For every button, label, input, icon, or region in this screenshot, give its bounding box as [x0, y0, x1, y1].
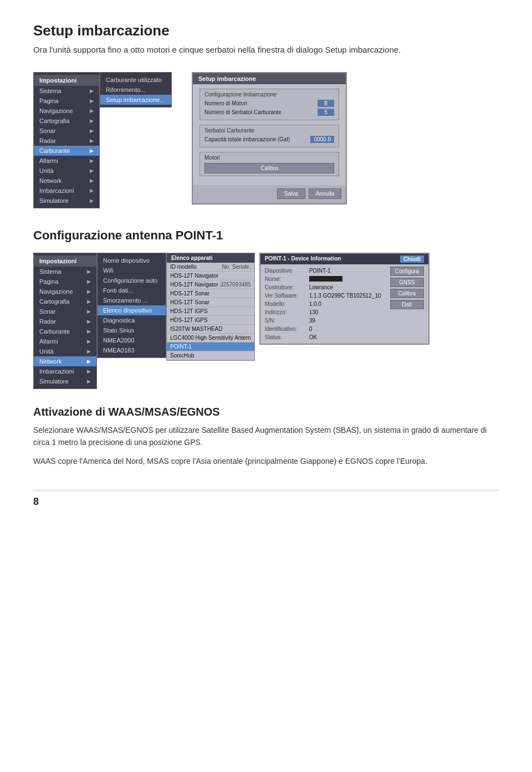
info-row-nome: Nome:	[260, 275, 386, 283]
elenco-col-header: ID modello No. Seriale.	[167, 263, 254, 272]
submenu-carburante-utilizzato[interactable]: Carburante utilizzato	[100, 75, 171, 85]
elenco-row-0[interactable]: HDS-12T Navigator	[167, 272, 254, 280]
menu-item-allarmi[interactable]: Allarmi▶	[34, 156, 99, 166]
menu-item-unita[interactable]: Unità▶	[34, 166, 99, 176]
menu-item-network[interactable]: Network▶	[34, 176, 99, 186]
elenco-header: Elenco apparati	[167, 253, 254, 263]
setup-dialog-title: Setup imbarcazione	[193, 73, 346, 84]
menu2-imbarcazioni[interactable]: Imbarcazioni▶	[34, 366, 96, 376]
info-row-sn: S/N:39	[260, 316, 386, 325]
elenco-panel[interactable]: Elenco apparati ID modello No. Seriale. …	[166, 253, 255, 361]
nome-nmea2000[interactable]: NMEA2000	[98, 335, 166, 345]
menu-item-simulatore[interactable]: Simulatore▶	[34, 196, 99, 206]
info-row-modello: Modello:1.0.0	[260, 300, 386, 308]
salva-button[interactable]: Salva	[277, 188, 305, 199]
elenco-row-7[interactable]: LGC4000 High Sensitivity Antern	[167, 334, 254, 342]
info-row-status: Status:OK	[260, 333, 386, 341]
page-content: Setup imbarcazione Ora l'unità supporta …	[0, 0, 532, 541]
page-number: 8	[33, 490, 499, 508]
section-title-1: Setup imbarcazione	[33, 22, 499, 39]
menu-item-navigazione[interactable]: Navigazione▶	[34, 106, 99, 116]
submenu-rifornimento[interactable]: Rifornimento...	[100, 85, 171, 95]
field-serbatoi-label: Numero di Serbatoi Carburante	[204, 109, 282, 115]
elenco-col-serial: No. Seriale.	[222, 264, 250, 270]
elenco-row-5[interactable]: HDS-12T iGPS	[167, 316, 254, 325]
setup-dialog-body: Configurazione Imbarcazione Numero di Mo…	[193, 84, 346, 185]
menu2-sonar[interactable]: Sonar▶	[34, 306, 96, 316]
screenshot-group-2: Impostazioni Sistema▶ Pagina▶ Navigazion…	[33, 253, 499, 389]
menu2-unita[interactable]: Unità▶	[34, 346, 96, 356]
menu2-navigazione[interactable]: Navigazione▶	[34, 287, 96, 296]
configura-button[interactable]: Configura	[390, 267, 424, 276]
elenco-row-point1[interactable]: POINT-1	[167, 342, 254, 351]
menu2-network[interactable]: Network▶	[34, 356, 96, 366]
menu-item-radar[interactable]: Radar▶	[34, 136, 99, 146]
menu-area-1: Impostazioni Sistema▶ Pagina▶ Navigazion…	[33, 72, 172, 208]
nome-menu[interactable]: Nome dispositivo Wifi Configurazione aut…	[97, 253, 166, 358]
gnss-button[interactable]: GNSS	[390, 278, 424, 287]
device-info-panel: POINT-1 - Device Information Chiudi Disp…	[259, 253, 429, 345]
submenu-setup-imbarcazione[interactable]: Setup imbarcazione...	[100, 95, 171, 105]
waas-desc-1: Selezionare WAAS/MSAS/EGNOS per utilizza…	[33, 424, 499, 449]
calibra-side-button[interactable]: Calibra	[390, 289, 424, 298]
menu2-sistema[interactable]: Sistema▶	[34, 267, 96, 277]
menu-item-carburante[interactable]: Carburante▶	[34, 146, 99, 156]
nome-diagnostica[interactable]: Diagnostica	[98, 315, 166, 325]
device-info-buttons: Configura GNSS Calibra Dati	[386, 264, 428, 344]
field-capacita-label: Capacità totale imbarcazione (Gal)	[204, 136, 290, 142]
nome-nome-dispositivo[interactable]: Nome dispositivo	[98, 255, 166, 265]
main-menu-1[interactable]: Impostazioni Sistema▶ Pagina▶ Navigazion…	[33, 72, 100, 208]
annulla-button[interactable]: Annulla	[309, 188, 341, 199]
section-desc-1: Ora l'unità supporta fino a otto motori …	[33, 44, 499, 57]
screenshot-group-1: Impostazioni Sistema▶ Pagina▶ Navigazion…	[33, 72, 499, 208]
field-capacita: Capacità totale imbarcazione (Gal) 0000.…	[204, 136, 334, 143]
device-info-fields: Dispositivo:POINT-1 Nome: Costruttore:Lo…	[260, 264, 386, 344]
field-motori-label: Numero di Motori	[204, 100, 247, 106]
dati-button[interactable]: Dati	[390, 300, 424, 309]
group-serbatoi-carburante: Serbatoi Carburante Capacità totale imba…	[200, 125, 339, 147]
menu-item-imbarcazioni[interactable]: Imbarcazioni▶	[34, 186, 99, 196]
menu2-pagina[interactable]: Pagina▶	[34, 277, 96, 287]
nome-elenco-dispositivo[interactable]: Elenco dispositivo	[98, 305, 166, 315]
nome-wifi[interactable]: Wifi	[98, 265, 166, 275]
nome-stato-sirius[interactable]: Stato Sirius	[98, 325, 166, 335]
elenco-row-4[interactable]: HDS-12T iGPS	[167, 307, 254, 316]
elenco-row-3[interactable]: HDS-12T Sonar	[167, 298, 254, 307]
field-motori-value[interactable]: 8	[318, 100, 334, 107]
field-capacita-value[interactable]: 0000.0	[310, 136, 334, 143]
menu2-carburante[interactable]: Carburante▶	[34, 326, 96, 336]
elenco-title: Elenco apparati	[171, 255, 212, 261]
info-row-indirizzo: Indirizzo:130	[260, 308, 386, 316]
menu2-simulatore[interactable]: Simulatore▶	[34, 376, 96, 386]
elenco-row-6[interactable]: IS20TW MASTHEAD	[167, 325, 254, 334]
main-menu-2[interactable]: Impostazioni Sistema▶ Pagina▶ Navigazion…	[33, 253, 97, 389]
menu-item-sonar[interactable]: Sonar▶	[34, 126, 99, 136]
menu-item-cartografia[interactable]: Cartografia▶	[34, 116, 99, 126]
group-configurazione: Configurazione Imbarcazione Numero di Mo…	[200, 89, 339, 120]
device-info-close-button[interactable]: Chiudi	[400, 255, 424, 263]
calibra-button[interactable]: Calibra	[204, 163, 334, 173]
sub-menu-1[interactable]: Carburante utilizzato Rifornimento... Se…	[100, 72, 172, 108]
menu-item-pagina[interactable]: Pagina▶	[34, 96, 99, 106]
setup-dialog: Setup imbarcazione Configurazione Imbarc…	[192, 72, 347, 204]
nome-smorzamento[interactable]: Smorzamento ...	[98, 295, 166, 305]
menu2-cartografia[interactable]: Cartografia▶	[34, 296, 96, 306]
menu-item-sistema[interactable]: Sistema▶	[34, 86, 99, 96]
group-serbatoi-title: Serbatoi Carburante	[204, 127, 334, 134]
menu2-radar[interactable]: Radar▶	[34, 316, 96, 326]
section-title-2: Configurazione antenna POINT-1	[33, 228, 499, 243]
info-row-dispositivo: Dispositivo:POINT-1	[260, 267, 386, 275]
waas-desc-2: WAAS copre l'America del Nord, MSAS copr…	[33, 455, 499, 467]
elenco-row-sonichub[interactable]: SonicHub	[167, 351, 254, 360]
elenco-row-2[interactable]: HDS-12T Sonar	[167, 289, 254, 298]
elenco-row-1[interactable]: HDS-12T Navigator3257093485	[167, 280, 254, 289]
nome-nmea0183[interactable]: NMEA0183	[98, 345, 166, 355]
field-serbatoi-value[interactable]: 5	[318, 109, 334, 116]
menu2-allarmi[interactable]: Allarmi▶	[34, 336, 96, 346]
device-info-body: Dispositivo:POINT-1 Nome: Costruttore:Lo…	[260, 264, 428, 344]
nome-configurazione-auto[interactable]: Configurazione auto	[98, 275, 166, 285]
nome-fonti-dati[interactable]: Fonti dati...	[98, 285, 166, 295]
info-row-software: Ver Software:1.1.3 GO299C TB102512_10	[260, 292, 386, 300]
info-row-costruttore: Costruttore:Lowrance	[260, 283, 386, 292]
elenco-col-id: ID modello	[170, 264, 197, 270]
